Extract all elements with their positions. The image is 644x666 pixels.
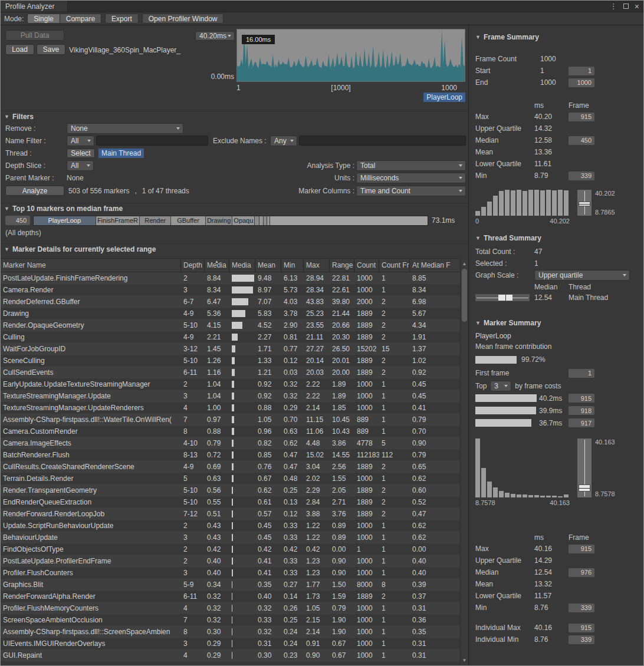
graph-scale-dropdown[interactable]: Upper quartile	[534, 270, 630, 281]
table-row[interactable]: Update.ScriptRunBehaviourUpdate20.430.45…	[1, 520, 460, 532]
exclude-mode-dropdown[interactable]: Any	[270, 136, 297, 146]
thread-summary-header[interactable]: ▼ Thread Summary	[475, 234, 641, 242]
column-header-depth[interactable]: Depth	[181, 259, 205, 272]
table-row[interactable]: RenderForward.RenderLoopJob7-120.510.570…	[1, 508, 460, 520]
window-menu-icon[interactable]: ⋮	[610, 2, 617, 11]
top10-segment[interactable]	[259, 216, 264, 225]
scrollbar-thumb[interactable]	[462, 269, 467, 322]
column-header-at_median[interactable]: At Median F	[410, 259, 460, 272]
first-frame-badge[interactable]: 1	[569, 369, 594, 378]
scroll-down-icon[interactable]: ▼	[461, 656, 468, 664]
frame-badge[interactable]: 339	[569, 604, 594, 612]
remove-dropdown[interactable]: None	[67, 123, 183, 134]
table-row[interactable]: Profiler.FlushMemoryCounters40.320.320.2…	[1, 602, 460, 614]
name-filter-input[interactable]	[96, 136, 208, 146]
column-header-mean[interactable]: Mean	[255, 259, 281, 272]
save-button[interactable]: Save	[37, 44, 65, 55]
top10-segment[interactable]	[267, 216, 270, 225]
frame-badge[interactable]: 915	[569, 545, 594, 553]
table-row[interactable]: Assembly-CSharp-firstpass.dll!::WaterTil…	[1, 414, 460, 426]
frame-badge[interactable]: 339	[569, 172, 594, 180]
table-scrollbar[interactable]: ▲ ▼	[460, 258, 468, 665]
table-row[interactable]: TextureStreamingManager.Update31.040.920…	[1, 390, 460, 402]
depth-slice-dropdown[interactable]: All	[67, 160, 94, 171]
top-count-dropdown[interactable]: 3	[490, 381, 511, 391]
scroll-up-icon[interactable]: ▲	[461, 259, 468, 268]
marker-details-header[interactable]: ▼ Marker Details for currently selected …	[4, 245, 156, 253]
frame-badge[interactable]: 450	[569, 136, 594, 145]
thread-row[interactable]: 12.54 Main Thread	[475, 292, 641, 304]
frame-timeline-chart[interactable]: 16.00ms	[236, 29, 465, 82]
top10-section-header[interactable]: ▼ Top 10 markers on median frame	[4, 205, 123, 213]
table-row[interactable]: Camera.ImageEffects4-100.790.820.624.483…	[1, 437, 460, 449]
table-row[interactable]: CullResults.CreateSharedRendererScene4-9…	[1, 461, 460, 473]
table-row[interactable]: UIEvents.IMGUIRenderOverlays30.290.310.2…	[1, 638, 460, 649]
table-row[interactable]: RenderDeferred.GBuffer6-76.477.074.0343.…	[1, 296, 460, 308]
top10-segment[interactable]: PlayerLoop	[34, 216, 96, 225]
analysis-type-dropdown[interactable]: Total	[356, 160, 466, 171]
frame-badge[interactable]: 1	[569, 67, 594, 75]
table-row[interactable]: PostLateUpdate.ProfilerEndFrame20.400.41…	[1, 555, 460, 567]
frame-summary-header[interactable]: ▼ Frame Summary	[475, 33, 641, 41]
frame-badge[interactable]: 915	[569, 113, 594, 121]
open-profiler-window-button[interactable]: Open Profiler Window	[142, 14, 224, 24]
table-row[interactable]: EndRenderQueueExtraction5-100.550.610.13…	[1, 496, 460, 508]
maximize-icon[interactable]	[623, 4, 629, 9]
export-button[interactable]: Export	[105, 14, 139, 24]
chart-scale-dropdown[interactable]: 40.20ms	[195, 31, 235, 41]
table-row[interactable]: BatchRenderer.Flush8-130.720.850.4715.02…	[1, 449, 460, 461]
table-row[interactable]: Culling4-92.212.270.8121.1120.30188921.9…	[1, 331, 460, 343]
frame-badge[interactable]: 918	[569, 406, 594, 415]
table-row[interactable]: PostLateUpdate.FinishFrameRendering28.84…	[1, 272, 460, 284]
table-row[interactable]: Assembly-CSharp-firstpass.dll!::ScreenSp…	[1, 626, 460, 638]
marker-summary-header[interactable]: ▼ Marker Summary	[475, 319, 641, 327]
top10-segment[interactable]: FinishFrameR	[96, 216, 140, 225]
table-row[interactable]: ScreenSpaceAmbientOcclusion70.320.330.25…	[1, 614, 460, 626]
frame-badge[interactable]: 915	[569, 394, 594, 403]
analyze-button[interactable]: Analyze	[5, 186, 64, 196]
column-header-count_frame[interactable]: Count Fra	[379, 259, 410, 272]
table-row[interactable]: CullSendEvents6-111.161.210.0320.0320.00…	[1, 367, 460, 378]
table-row[interactable]: WaitForJobGroupID3-121.451.710.7727.2726…	[1, 343, 460, 355]
top10-segment[interactable]: Opaqu	[232, 216, 255, 225]
frame-badge[interactable]: 1000	[569, 78, 594, 87]
thread-select-button[interactable]: Select	[67, 149, 95, 158]
table-row[interactable]: FindObjectsOfType20.420.420.420.420.0011…	[1, 543, 460, 555]
pull-data-button[interactable]: Pull Data	[5, 30, 64, 41]
median-frame-badge[interactable]: 450	[5, 216, 30, 225]
table-row[interactable]: TextureStreamingManager.UpdateRenderers4…	[1, 402, 460, 414]
exclude-names-input[interactable]	[299, 136, 466, 146]
table-row[interactable]: BehaviourUpdate30.430.450.331.220.891000…	[1, 532, 460, 543]
table-row[interactable]: Profiler.FlushCounters30.400.410.331.230…	[1, 567, 460, 579]
table-row[interactable]: EarlyUpdate.UpdateTextureStreamingManage…	[1, 378, 460, 390]
table-row[interactable]: Drawing4-95.365.833.7825.2321.44188925.6…	[1, 308, 460, 319]
table-row[interactable]: GUI.Repaint40.290.300.230.900.67100010.3…	[1, 649, 460, 661]
frame-badge[interactable]: 915	[569, 624, 594, 632]
filters-section-header[interactable]: ▼ Filters	[4, 113, 34, 121]
units-dropdown[interactable]: Milliseconds	[356, 173, 466, 183]
top10-segment[interactable]: GBuffer	[171, 216, 206, 225]
column-header-name[interactable]: Marker Name	[1, 259, 181, 272]
table-row[interactable]: SceneCulling5-101.261.330.1220.1420.0118…	[1, 355, 460, 367]
column-header-max[interactable]: Max	[304, 259, 330, 272]
frame-badge[interactable]: 339	[569, 635, 594, 644]
top10-segment[interactable]: Drawing	[206, 216, 232, 225]
frame-badge[interactable]: 917	[569, 418, 594, 427]
top10-segment[interactable]: Render	[140, 216, 171, 225]
frame-badge[interactable]: 976	[569, 568, 594, 577]
column-header-bar[interactable]: Media	[229, 259, 255, 272]
table-row[interactable]: Camera.Render38.348.975.7328.3422.611000…	[1, 284, 460, 296]
table-row[interactable]: Terrain.Details.Render50.630.670.482.021…	[1, 473, 460, 484]
column-header-count[interactable]: Count	[354, 259, 379, 272]
column-header-median[interactable]: Media▲	[205, 259, 229, 272]
top10-segment[interactable]	[255, 216, 259, 225]
mode-single-button[interactable]: Single	[27, 14, 60, 24]
close-icon[interactable]: ×	[635, 4, 639, 9]
table-row[interactable]: Graphics.Blit5-90.340.350.271.771.508000…	[1, 579, 460, 591]
marker-columns-dropdown[interactable]: Time and Count	[356, 186, 466, 196]
window-tab[interactable]: Profile Analyzer	[1, 1, 68, 12]
table-row[interactable]: Render.TransparentGeometry5-100.560.620.…	[1, 484, 460, 496]
table-row[interactable]: Camera.CustomRender80.880.960.6311.0610.…	[1, 426, 460, 437]
column-header-range[interactable]: Range	[330, 259, 354, 272]
name-filter-mode-dropdown[interactable]: All	[67, 136, 94, 146]
